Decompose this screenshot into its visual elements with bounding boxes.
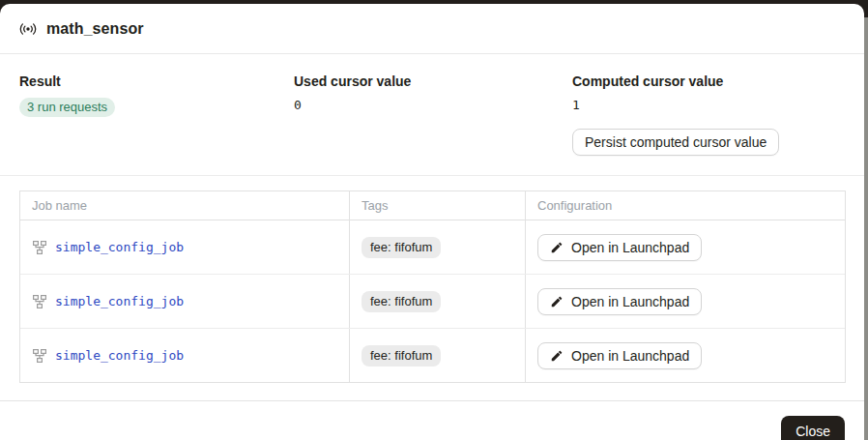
job-name-cell: simple_config_job	[20, 329, 349, 382]
computed-cursor-value: 1	[572, 98, 845, 112]
table-row: simple_config_job fee: fifofum Open in L…	[20, 220, 845, 275]
open-in-launchpad-label: Open in Launchpad	[571, 348, 689, 364]
open-in-launchpad-label: Open in Launchpad	[571, 240, 689, 255]
tag-pill: fee: fifofum	[362, 345, 441, 367]
tags-cell: fee: fifofum	[349, 275, 525, 328]
sensor-evaluation-dialog: math_sensor Result 3 run requests Used c…	[0, 4, 864, 440]
configuration-cell: Open in Launchpad	[525, 220, 845, 274]
used-cursor-section: Used cursor value 0	[294, 73, 572, 112]
job-name-cell: simple_config_job	[20, 220, 349, 274]
configuration-cell: Open in Launchpad	[525, 275, 845, 328]
table-header-row: Job name Tags Configuration	[20, 191, 845, 220]
pencil-icon	[550, 295, 564, 308]
dialog-title: math_sensor	[46, 20, 144, 38]
tags-cell: fee: fifofum	[349, 329, 525, 382]
persist-cursor-button[interactable]: Persist computed cursor value	[572, 129, 779, 156]
result-label: Result	[19, 73, 294, 89]
close-button[interactable]: Close	[781, 416, 845, 440]
summary-divider	[0, 175, 864, 176]
pencil-icon	[550, 349, 564, 363]
job-graph-icon	[32, 348, 47, 364]
sensor-signal-icon	[19, 20, 37, 38]
tag-pill: fee: fifofum	[362, 237, 441, 258]
run-requests-table: Job name Tags Configuration simple_confi…	[19, 191, 846, 383]
open-in-launchpad-button[interactable]: Open in Launchpad	[537, 234, 702, 261]
evaluation-summary: Result 3 run requests Used cursor value …	[0, 54, 864, 156]
column-header-configuration: Configuration	[525, 191, 845, 220]
job-name-link[interactable]: simple_config_job	[55, 240, 184, 254]
dialog-header: math_sensor	[0, 4, 864, 54]
table-row: simple_config_job fee: fifofum Open in L…	[20, 275, 845, 329]
tag-pill: fee: fifofum	[362, 291, 441, 312]
open-in-launchpad-label: Open in Launchpad	[571, 294, 689, 309]
column-header-job-name: Job name	[20, 191, 349, 220]
tags-cell: fee: fifofum	[349, 220, 525, 274]
job-graph-icon	[32, 240, 47, 255]
result-section: Result 3 run requests	[19, 73, 294, 117]
dialog-footer: Close	[0, 401, 864, 440]
job-name-cell: simple_config_job	[20, 275, 349, 328]
table-row: simple_config_job fee: fifofum Open in L…	[20, 329, 845, 382]
job-name-link[interactable]: simple_config_job	[55, 348, 184, 363]
column-header-tags: Tags	[349, 191, 525, 220]
computed-cursor-label: Computed cursor value	[572, 73, 845, 89]
computed-cursor-section: Computed cursor value 1 Persist computed…	[572, 73, 845, 156]
open-in-launchpad-button[interactable]: Open in Launchpad	[537, 288, 702, 315]
open-in-launchpad-button[interactable]: Open in Launchpad	[537, 342, 702, 369]
run-requests-badge: 3 run requests	[19, 98, 115, 117]
used-cursor-value: 0	[294, 98, 572, 112]
used-cursor-label: Used cursor value	[294, 73, 572, 89]
job-name-link[interactable]: simple_config_job	[55, 294, 184, 308]
pencil-icon	[550, 241, 564, 254]
configuration-cell: Open in Launchpad	[525, 329, 845, 382]
job-graph-icon	[32, 294, 47, 309]
